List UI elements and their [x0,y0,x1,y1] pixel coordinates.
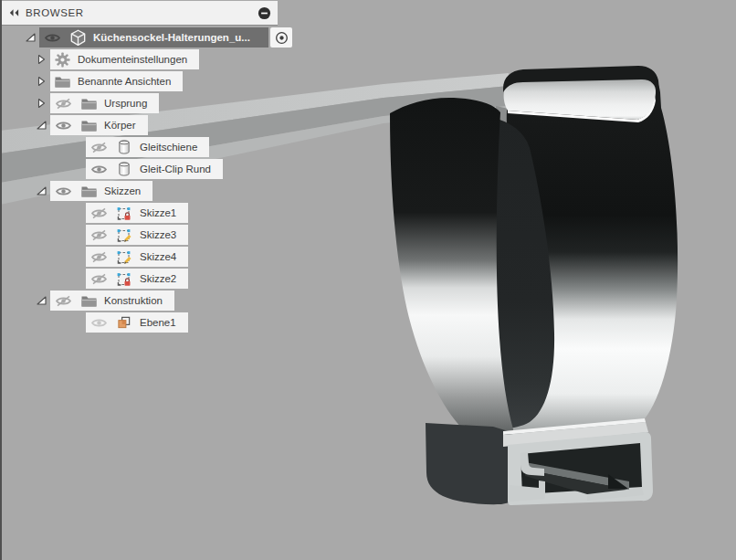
eye-off-icon [90,229,108,241]
sketch-editable-icon [116,227,132,243]
tree-item-gleit-clip-rund[interactable]: Gleit-Clip Rund [86,159,223,179]
body-cylinder-icon [117,140,131,154]
tree-item-label: Gleit-Clip Rund [140,164,211,174]
tree-row-konstruktion: Konstruktion [2,291,294,311]
item-type-icon [115,315,133,330]
tree-item-ursprung[interactable]: Ursprung [50,93,159,113]
tree-item-dokumenteinstellungen[interactable]: Dokumenteinstellungen [50,49,199,69]
sketch-editable-icon [116,249,132,265]
collapse-arrow-icon [25,32,37,43]
browser-tree: Küchensockel-Halterungen_u...Dokumentein… [2,27,294,334]
visibility-toggle[interactable] [89,273,109,285]
activate-component-radio[interactable] [270,27,292,48]
tree-item-skizze2[interactable]: Skizze2 [86,269,188,289]
item-type-icon [115,249,133,265]
visibility-toggle[interactable] [89,251,109,263]
body-cylinder-icon [117,162,131,176]
collapse-toggle[interactable] [35,294,47,307]
tree-item-label: Benannte Ansichten [78,76,171,87]
tree-item-label: Skizze4 [140,251,176,262]
double-chevron-left-icon [8,8,20,17]
visibility-toggle[interactable] [89,229,109,241]
tree-item-skizze1[interactable]: Skizze1 [86,203,188,223]
radio-target-icon [275,31,289,45]
expand-arrow-icon [36,98,47,109]
item-type-icon [79,185,98,197]
tree-item-label: Skizze1 [140,207,176,218]
tree-item-gleitschiene[interactable]: Gleitschiene [86,137,209,157]
eye-off-icon [90,251,108,263]
collapse-toggle[interactable] [24,31,37,44]
eye-icon [55,185,72,197]
tree-row-k-chensockel-halterungen-u: Küchensockel-Halterungen_u... [2,27,294,48]
item-type-icon [79,295,98,307]
tree-row-skizze3: Skizze3 [2,225,294,245]
item-type-icon [115,227,133,243]
browser-header: BROWSER [2,1,278,25]
item-type-icon [79,98,98,110]
tree-item-k-rper[interactable]: Körper [50,115,148,135]
tree-row-skizze2: Skizze2 [2,269,294,289]
folder-icon [81,98,97,110]
folder-icon [55,76,70,88]
collapse-toggle[interactable] [35,119,47,132]
visibility-toggle[interactable] [53,120,73,132]
item-type-icon [115,140,133,154]
expand-arrow-icon [36,54,47,65]
collapse-toggle[interactable] [35,185,47,197]
visibility-toggle[interactable] [53,185,73,197]
visibility-toggle[interactable] [53,98,73,110]
visibility-toggle[interactable] [89,142,109,153]
app-window: BROWSER Küchensockel-Halterungen_u...Dok… [0,0,736,560]
expand-toggle[interactable] [35,97,47,110]
tree-item-label: Skizze2 [140,273,176,284]
tree-item-label: Ebene1 [140,317,176,328]
construction-plane-icon [117,315,131,330]
expand-arrow-icon [36,76,47,87]
item-type-icon [115,206,133,221]
visibility-toggle[interactable] [53,295,73,307]
collapse-arrow-icon [36,120,47,131]
tree-item-skizze3[interactable]: Skizze3 [86,225,188,245]
clip-model[interactable] [390,66,678,438]
visibility-toggle[interactable] [42,32,62,44]
tree-item-label: Dokumenteinstellungen [78,54,187,65]
tree-item-skizzen[interactable]: Skizzen [50,181,152,201]
eye-icon [90,164,108,175]
tree-item-benannte-ansichten[interactable]: Benannte Ansichten [50,71,183,91]
tree-row-dokumenteinstellungen: Dokumenteinstellungen [2,49,294,69]
tree-row-ebene1: Ebene1 [2,312,294,333]
panel-collapse-button[interactable] [2,8,26,17]
eye-off-icon [55,98,72,110]
tree-item-k-chensockel-halterungen-u[interactable]: Küchensockel-Halterungen_u... [39,27,268,48]
panel-visibility-toggle-button[interactable] [250,6,278,20]
item-type-icon [79,120,98,132]
clip-base[interactable] [426,418,653,505]
expand-toggle[interactable] [35,53,47,66]
folder-icon [81,120,97,132]
folder-icon [81,295,97,307]
panel-title: BROWSER [26,7,250,18]
item-type-icon [53,76,71,88]
tree-row-skizzen: Skizzen [2,181,294,201]
tree-item-konstruktion[interactable]: Konstruktion [50,291,174,311]
visibility-toggle[interactable] [89,164,109,175]
item-type-icon [53,52,71,68]
expand-toggle[interactable] [35,75,47,88]
tree-row-skizze1: Skizze1 [2,203,294,223]
tree-item-ebene1[interactable]: Ebene1 [86,312,188,333]
tree-row-gleit-clip-rund: Gleit-Clip Rund [2,159,294,179]
tree-row-benannte-ansichten: Benannte Ansichten [2,71,294,91]
visibility-toggle[interactable] [89,207,109,219]
visibility-toggle[interactable] [89,317,109,329]
tree-item-label: Skizze3 [140,229,176,240]
folder-icon [81,185,97,197]
eye-off-icon [90,207,108,219]
component-cube-icon [69,29,87,47]
window-left-edge [0,0,2,560]
collapse-arrow-icon [36,295,47,306]
sketch-locked-icon [116,271,132,287]
collapse-arrow-icon [36,185,47,196]
tree-item-skizze4[interactable]: Skizze4 [86,247,188,267]
eye-icon [44,32,61,44]
